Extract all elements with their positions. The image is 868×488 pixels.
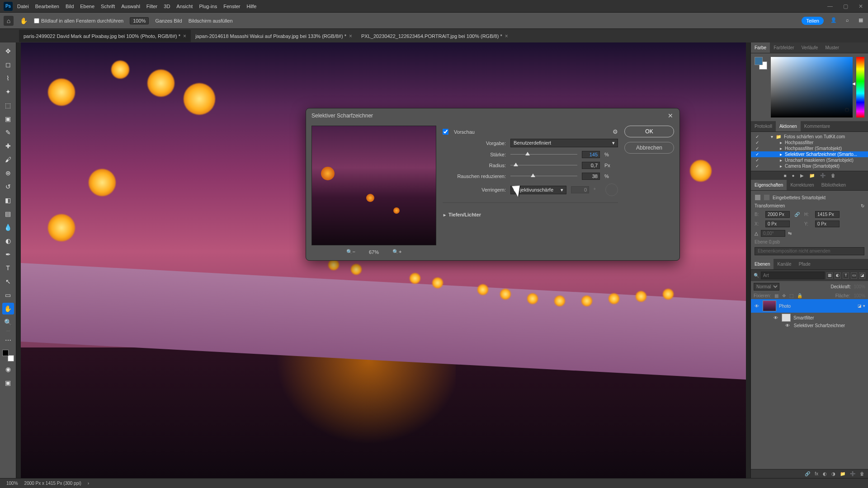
scroll-all-checkbox[interactable]	[34, 18, 39, 23]
preview-checkbox[interactable]	[443, 129, 448, 135]
blur-tool[interactable]: 💧	[2, 221, 14, 233]
shape-tool[interactable]: ▭	[2, 289, 14, 301]
check-icon[interactable]: ✓	[755, 146, 760, 151]
dialog-close-icon[interactable]: ✕	[667, 112, 674, 119]
share-button[interactable]: Teilen	[802, 17, 824, 25]
filter-smart-icon[interactable]: ◪	[859, 272, 865, 279]
tab-pfade[interactable]: Pfade	[795, 259, 814, 269]
fill-screen-button[interactable]: Bildschirm ausfüllen	[189, 18, 233, 23]
fg-bg-color-swatch[interactable]	[755, 57, 767, 70]
check-icon[interactable]: ✓	[755, 164, 760, 169]
tab-farbfelder[interactable]: Farbfelder	[770, 42, 798, 53]
chevron-down-icon[interactable]: ▾	[771, 134, 773, 139]
transform-header[interactable]: Transformieren	[755, 203, 785, 208]
wand-tool[interactable]: ✦	[2, 86, 14, 98]
layer-thumb[interactable]	[763, 300, 776, 311]
strength-value[interactable]: 145	[582, 151, 600, 158]
radius-slider[interactable]	[510, 162, 577, 169]
link-icon[interactable]: 🔗	[793, 212, 802, 217]
menu-filter[interactable]: Filter	[146, 4, 157, 9]
preset-select[interactable]: Benutzerdefiniert▾	[510, 139, 618, 147]
window-close-icon[interactable]: ✕	[857, 3, 864, 9]
refresh-icon[interactable]: ↻	[861, 203, 864, 208]
tab-farbe[interactable]: Farbe	[751, 42, 770, 53]
zoom-value[interactable]: 100%	[130, 17, 149, 24]
pen-tool[interactable]: ✒	[2, 249, 14, 260]
opacity-value[interactable]: 100%	[854, 284, 865, 289]
screenmode-icon[interactable]: ▣	[2, 377, 14, 389]
menu-3d[interactable]: 3D	[164, 4, 170, 9]
tab-aktionen[interactable]: Aktionen	[776, 121, 801, 131]
doc-tab-paris[interactable]: paris-2499022 David Mark auf Pixabay.jpg…	[19, 30, 191, 42]
chevron-right-icon[interactable]: ▸	[780, 140, 782, 145]
menu-plugins[interactable]: Plug-ins	[199, 4, 217, 9]
y-field[interactable]: 0 Px	[815, 221, 840, 227]
layer-row[interactable]: 👁 Photo ◪ ▾	[751, 299, 868, 313]
tab-kanaele[interactable]: Kanäle	[774, 259, 795, 269]
frame-tool[interactable]: ▣	[2, 113, 14, 125]
action-folder[interactable]: ✓ ▾ 📁 Fotos schärfen von TutKit.com	[751, 134, 868, 140]
action-item[interactable]: ✓ ▸ Unscharf maskieren (Smartobjekt)	[751, 157, 868, 163]
smartfilter-item[interactable]: 👁 Selektiver Scharfzeichner	[751, 323, 868, 328]
lock-pixels-icon[interactable]: ▦	[774, 293, 778, 298]
brush-tool[interactable]: 🖌	[2, 154, 14, 165]
crop-tool[interactable]: ⬚	[2, 99, 14, 111]
chevron-right-icon[interactable]: ▸	[780, 158, 782, 163]
filter-type-icon[interactable]: T	[843, 272, 849, 279]
trash-icon[interactable]: 🗑	[860, 471, 864, 476]
mask-icon[interactable]: ◐	[823, 471, 827, 476]
width-field[interactable]: 2000 Px	[765, 211, 790, 218]
new-action-icon[interactable]: ➕	[820, 173, 826, 178]
zoom-in-icon[interactable]: 🔍+	[392, 249, 401, 255]
doc-tab-japan[interactable]: japan-2014618 Masashi Wakui auf Pixabay.…	[191, 30, 357, 42]
window-minimize-icon[interactable]: —	[826, 3, 834, 9]
window-maximize-icon[interactable]: ▢	[842, 3, 849, 9]
new-folder-icon[interactable]: 📁	[809, 173, 815, 178]
move-tool[interactable]: ✥	[2, 45, 14, 57]
link-layers-icon[interactable]: 🔗	[805, 471, 810, 476]
color-field[interactable]: ◀	[771, 57, 853, 117]
chevron-right-icon[interactable]: ›	[88, 481, 89, 486]
lock-nesting-icon[interactable]: ⬚	[789, 293, 793, 298]
stop-icon[interactable]: ■	[783, 173, 786, 178]
menu-ebene[interactable]: Ebene	[80, 4, 94, 9]
history-brush-tool[interactable]: ↺	[2, 181, 14, 192]
edit-toolbar[interactable]: ⋯	[2, 334, 14, 346]
tab-muster[interactable]: Muster	[821, 42, 843, 53]
check-icon[interactable]: ✓	[755, 140, 760, 145]
path-tool[interactable]: ↖	[2, 276, 14, 287]
tab-kommentare[interactable]: Kommentare	[801, 121, 834, 131]
menu-datei[interactable]: Datei	[17, 4, 29, 9]
noise-value[interactable]: 38	[582, 173, 600, 180]
hand-tool[interactable]: ✋	[2, 303, 14, 314]
shadows-highlights-section[interactable]: ▸ Tiefen/Lichter	[443, 209, 618, 220]
menu-schrift[interactable]: Schrift	[101, 4, 115, 9]
tab-ebenen[interactable]: Ebenen	[751, 259, 774, 269]
visibility-icon[interactable]: 👁	[785, 323, 790, 328]
angle-field[interactable]: 0,00°	[761, 230, 785, 237]
bell-icon[interactable]: 👤	[830, 17, 837, 24]
chevron-right-icon[interactable]: ▸	[780, 146, 782, 151]
trash-icon[interactable]: 🗑	[831, 173, 835, 178]
marquee-tool[interactable]: ◻	[2, 59, 14, 70]
eyedropper-tool[interactable]: ✎	[2, 127, 14, 138]
filter-mask-thumb[interactable]	[782, 314, 791, 322]
stamp-tool[interactable]: ⊛	[2, 167, 14, 179]
menu-fenster[interactable]: Fenster	[223, 4, 240, 9]
hand-tool-icon[interactable]: ✋	[20, 17, 28, 24]
strength-slider[interactable]	[510, 151, 577, 158]
fit-screen-button[interactable]: Ganzes Bild	[155, 18, 182, 23]
close-tab-icon[interactable]: ×	[183, 33, 186, 39]
layer-filter-input[interactable]	[761, 272, 825, 279]
radius-value[interactable]: 0,7	[582, 162, 600, 169]
tab-eigenschaften[interactable]: Eigenschaften	[751, 180, 787, 190]
filter-shape-icon[interactable]: ▭	[851, 272, 857, 279]
filter-pixel-icon[interactable]: ▦	[826, 272, 833, 279]
layer-name[interactable]: Photo	[779, 304, 791, 309]
layer-comp-select[interactable]: Ebenenkomposition nicht anwenden	[755, 247, 864, 255]
smartfilter-row[interactable]: 👁 Smartfilter	[751, 313, 868, 323]
fx-icon[interactable]: fx	[815, 471, 818, 476]
menu-ansicht[interactable]: Ansicht	[176, 4, 193, 9]
tab-korrekturen[interactable]: Korrekturen	[787, 180, 817, 190]
action-item[interactable]: ✓ ▸ Hochpassfilter	[751, 140, 868, 145]
